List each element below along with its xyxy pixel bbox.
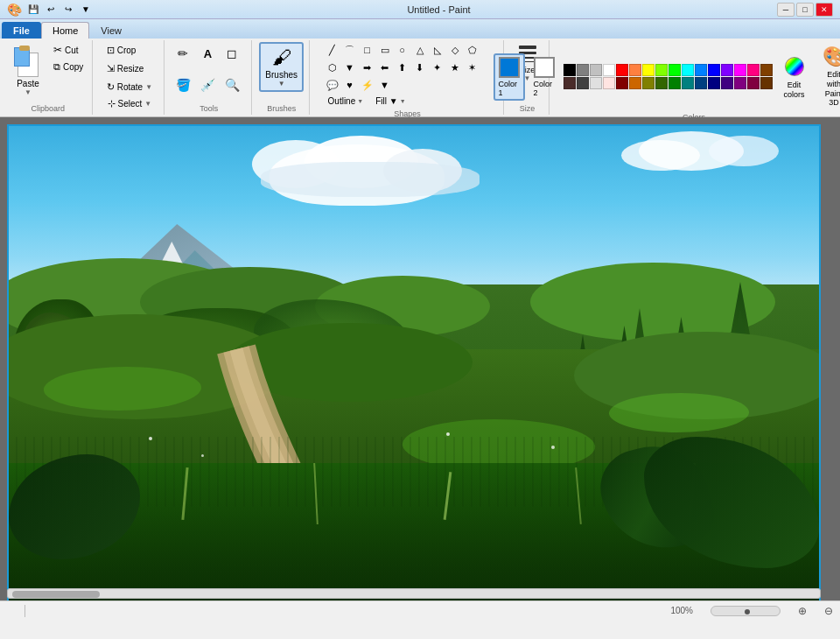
hexagon-shape[interactable]: ⬡ <box>325 60 340 75</box>
redo-button[interactable]: ↪ <box>60 3 76 17</box>
color2-button[interactable]: Color 2 <box>528 53 560 101</box>
color-darkbrown[interactable] <box>564 77 576 89</box>
color1-button[interactable]: Color 1 <box>494 53 525 101</box>
crop-button[interactable]: ⊡ Crop <box>102 42 141 59</box>
pencil-tool[interactable]: ✏ <box>172 42 194 65</box>
tab-view[interactable]: View <box>89 22 133 39</box>
star5-shape[interactable]: ★ <box>447 60 463 75</box>
color-darknavy[interactable] <box>708 77 720 89</box>
color2-swatch <box>534 57 555 78</box>
paste-button[interactable]: Paste ▼ <box>9 42 47 100</box>
color-black[interactable] <box>564 64 576 76</box>
color-orange[interactable] <box>629 64 641 76</box>
star4-shape[interactable]: ✦ <box>430 60 445 75</box>
eraser-tool[interactable]: ◻ <box>220 42 243 65</box>
color-lightgray[interactable] <box>590 77 602 89</box>
diamond-shape[interactable]: ◇ <box>447 42 463 58</box>
color-white[interactable] <box>603 64 615 76</box>
zoom-out-button[interactable]: ⊖ <box>824 605 833 617</box>
edit-colors-button[interactable]: Edit colors <box>776 51 813 103</box>
tab-file[interactable]: File <box>2 22 41 39</box>
cloud-right <box>621 131 779 184</box>
minimize-button[interactable]: ─ <box>777 3 794 17</box>
color-pink[interactable] <box>747 64 760 76</box>
color-gray[interactable] <box>577 64 589 76</box>
zoom-tool[interactable]: 🔍 <box>220 74 243 96</box>
color-yellow[interactable] <box>642 64 654 76</box>
resize-button[interactable]: ⇲ Resize <box>102 60 149 77</box>
rounded-rect-shape[interactable]: ▭ <box>377 42 393 58</box>
fill-dropdown[interactable]: Fill ▼ ▼ <box>372 95 409 108</box>
color-row-1 <box>564 64 773 76</box>
expand-shapes2[interactable]: ▼ <box>377 77 393 93</box>
color-mistyrose[interactable] <box>603 77 615 89</box>
h-scrollbar-thumb[interactable] <box>12 591 100 598</box>
color-teal[interactable] <box>682 77 694 89</box>
color-darkblue[interactable] <box>708 64 720 76</box>
text-tool[interactable]: A <box>196 42 219 65</box>
lightning-shape[interactable]: ⚡ <box>360 77 375 93</box>
brushes-button[interactable]: 🖌 Brushes ▼ <box>259 42 304 92</box>
color-cyan[interactable] <box>682 64 694 76</box>
tab-home[interactable]: Home <box>41 22 89 39</box>
window-controls: ─ □ ✕ <box>777 3 833 17</box>
ellipse-shape[interactable]: ○ <box>395 42 410 58</box>
fill-tool[interactable]: 🪣 <box>172 74 194 96</box>
color-olive[interactable] <box>642 77 654 89</box>
edit-paint3d-button[interactable]: 🎨 Edit with Paint 3D <box>816 42 840 111</box>
color-navy[interactable] <box>695 77 707 89</box>
arrow-up-shape[interactable]: ⬆ <box>395 60 410 75</box>
arrow-left-shape[interactable]: ⬅ <box>377 60 393 75</box>
clipboard-label: Clipboard <box>31 102 65 113</box>
color-darkorange[interactable] <box>629 77 641 89</box>
color-violet[interactable] <box>734 77 746 89</box>
arrow-down-shape[interactable]: ⬇ <box>412 60 428 75</box>
image-group: ⊡ Crop ⇲ Resize ↻ Rotate ▼ ⊹ Select ▼ Im… <box>94 40 164 115</box>
close-button[interactable]: ✕ <box>816 3 833 17</box>
select-button[interactable]: ⊹ Select ▼ <box>103 95 157 112</box>
color-maroon[interactable] <box>616 77 628 89</box>
color-darkgreen[interactable] <box>655 77 668 89</box>
customize-quick-access-button[interactable]: ▼ <box>78 3 94 17</box>
color-indigo[interactable] <box>721 77 733 89</box>
color-darkgray[interactable] <box>577 77 589 89</box>
copy-button[interactable]: ⧉ Copy <box>50 60 87 74</box>
color-blue[interactable] <box>695 64 707 76</box>
tools-group: ✏ A ◻ 🪣 💉 🔍 Tools <box>166 40 252 115</box>
color-green[interactable] <box>668 64 681 76</box>
zoom-thumb <box>745 609 750 614</box>
horizontal-scrollbar[interactable] <box>7 588 821 599</box>
color-magenta[interactable] <box>734 64 746 76</box>
maximize-button[interactable]: □ <box>796 3 814 17</box>
select-icon: ⊹ <box>108 98 116 109</box>
rect-shape[interactable]: □ <box>360 42 375 58</box>
undo-button[interactable]: ↩ <box>43 3 59 17</box>
line-shape[interactable]: ╱ <box>325 42 340 58</box>
paint-canvas[interactable] <box>7 124 821 600</box>
color-red[interactable] <box>616 64 628 76</box>
color-silver[interactable] <box>590 64 602 76</box>
arrow-right-shape[interactable]: ➡ <box>360 60 375 75</box>
pentagon-shape[interactable]: ⬠ <box>465 42 480 58</box>
color-medgreen[interactable] <box>668 77 681 89</box>
color-purple[interactable] <box>721 64 733 76</box>
rotate-button[interactable]: ↻ Rotate ▼ <box>102 79 157 95</box>
expand-shapes[interactable]: ▼ <box>342 60 358 75</box>
color-sienna[interactable] <box>760 77 773 89</box>
color-brown[interactable] <box>760 64 773 76</box>
save-button[interactable]: 💾 <box>25 3 41 17</box>
zoom-in-button[interactable]: ⊕ <box>798 605 807 617</box>
cut-button[interactable]: ✂ Cut <box>50 42 87 58</box>
right-triangle-shape[interactable]: ◺ <box>430 42 445 58</box>
triangle-shape[interactable]: △ <box>412 42 428 58</box>
outline-dropdown[interactable]: Outline ▼ <box>325 95 368 108</box>
color-darkpink[interactable] <box>747 77 760 89</box>
curve-shape[interactable]: ⌒ <box>342 42 358 58</box>
zoom-slider[interactable] <box>710 606 780 616</box>
star6-shape[interactable]: ✶ <box>465 60 480 75</box>
color-picker-tool[interactable]: 💉 <box>196 74 219 96</box>
color-lime[interactable] <box>655 64 668 76</box>
callout-shape[interactable]: 💬 <box>325 77 340 93</box>
brushes-group: 🖌 Brushes ▼ Brushes <box>254 40 310 115</box>
heart-shape[interactable]: ♥ <box>342 77 358 93</box>
